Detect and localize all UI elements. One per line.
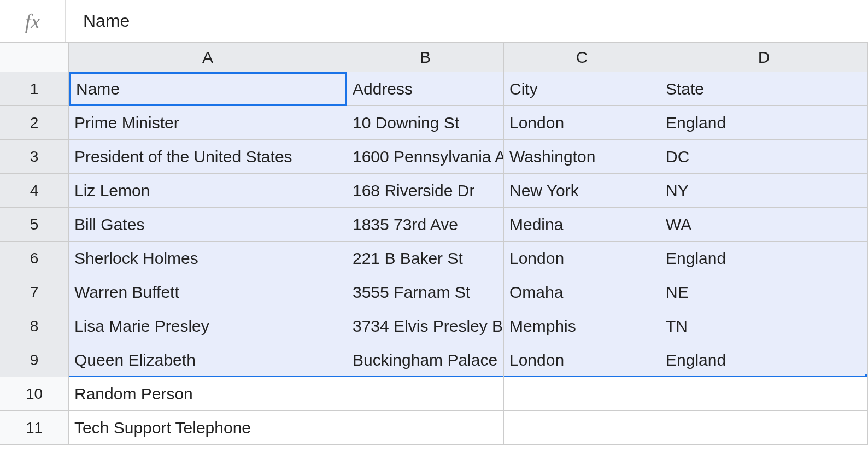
cell-C1[interactable]: City	[504, 72, 660, 106]
cell-B5[interactable]: 1835 73rd Ave	[347, 208, 504, 242]
cell-D9[interactable]: England	[660, 343, 868, 377]
cell-A9[interactable]: Queen Elizabeth	[69, 343, 347, 377]
cell-D3[interactable]: DC	[660, 140, 868, 174]
cell-B9[interactable]: Buckingham Palace	[347, 343, 504, 377]
cell-A3[interactable]: President of the United States	[69, 140, 347, 174]
cell-A11[interactable]: Tech Support Telephone	[69, 411, 347, 445]
cell-B1[interactable]: Address	[347, 72, 504, 106]
cell-C8[interactable]: Memphis	[504, 309, 660, 343]
cell-C2[interactable]: London	[504, 106, 660, 140]
cell-A2[interactable]: Prime Minister	[69, 106, 347, 140]
cell-C7[interactable]: Omaha	[504, 275, 660, 309]
formula-input[interactable]	[66, 0, 868, 42]
cell-A4[interactable]: Liz Lemon	[69, 174, 347, 208]
cell-B10[interactable]	[347, 377, 504, 411]
row-header-2[interactable]: 2	[0, 106, 69, 140]
cell-A7[interactable]: Warren Buffett	[69, 275, 347, 309]
row-header-7[interactable]: 7	[0, 275, 69, 309]
row-header-3[interactable]: 3	[0, 140, 69, 174]
cell-B8[interactable]: 3734 Elvis Presley Blvd	[347, 309, 504, 343]
cell-C11[interactable]	[504, 411, 660, 445]
cell-A10[interactable]: Random Person	[69, 377, 347, 411]
cell-D11[interactable]	[660, 411, 868, 445]
formula-bar: fx	[0, 0, 868, 43]
cell-D8[interactable]: TN	[660, 309, 868, 343]
cell-D7[interactable]: NE	[660, 275, 868, 309]
cell-B3[interactable]: 1600 Pennsylvania Ave	[347, 140, 504, 174]
row-header-6[interactable]: 6	[0, 242, 69, 275]
cell-A1[interactable]: Name	[69, 72, 347, 106]
cell-C4[interactable]: New York	[504, 174, 660, 208]
cell-C5[interactable]: Medina	[504, 208, 660, 242]
spreadsheet-grid: ABCD1NameAddressCityState2Prime Minister…	[0, 43, 868, 445]
cell-D1[interactable]: State	[660, 72, 868, 106]
cell-A6[interactable]: Sherlock Holmes	[69, 242, 347, 275]
row-header-11[interactable]: 11	[0, 411, 69, 445]
cell-B6[interactable]: 221 B Baker St	[347, 242, 504, 275]
fx-icon[interactable]: fx	[0, 0, 66, 42]
cell-A5[interactable]: Bill Gates	[69, 208, 347, 242]
cell-D5[interactable]: WA	[660, 208, 868, 242]
select-all-corner[interactable]	[0, 43, 69, 72]
cell-B2[interactable]: 10 Downing St	[347, 106, 504, 140]
cell-B7[interactable]: 3555 Farnam St	[347, 275, 504, 309]
row-header-10[interactable]: 10	[0, 377, 69, 411]
row-header-1[interactable]: 1	[0, 72, 69, 106]
column-header-D[interactable]: D	[660, 43, 868, 72]
cell-B11[interactable]	[347, 411, 504, 445]
cell-D2[interactable]: England	[660, 106, 868, 140]
cell-C9[interactable]: London	[504, 343, 660, 377]
cell-C6[interactable]: London	[504, 242, 660, 275]
column-header-C[interactable]: C	[504, 43, 660, 72]
cell-D4[interactable]: NY	[660, 174, 868, 208]
cell-A8[interactable]: Lisa Marie Presley	[69, 309, 347, 343]
cell-B4[interactable]: 168 Riverside Dr	[347, 174, 504, 208]
cell-C3[interactable]: Washington	[504, 140, 660, 174]
column-header-B[interactable]: B	[347, 43, 504, 72]
row-header-9[interactable]: 9	[0, 343, 69, 377]
cell-C10[interactable]	[504, 377, 660, 411]
column-header-A[interactable]: A	[69, 43, 347, 72]
row-header-8[interactable]: 8	[0, 309, 69, 343]
row-header-4[interactable]: 4	[0, 174, 69, 208]
cell-D10[interactable]	[660, 377, 868, 411]
cell-D6[interactable]: England	[660, 242, 868, 275]
row-header-5[interactable]: 5	[0, 208, 69, 242]
